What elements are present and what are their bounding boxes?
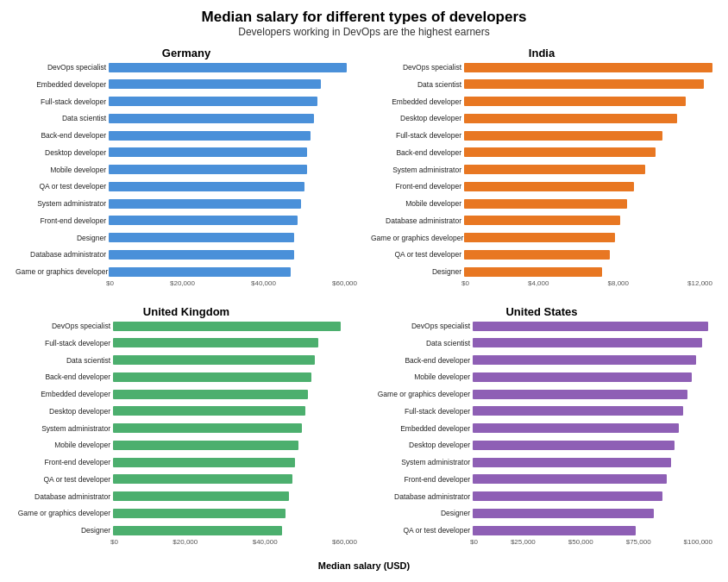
bar-track bbox=[473, 355, 712, 365]
bar-label: Desktop developer bbox=[371, 114, 461, 122]
bar-track bbox=[109, 63, 357, 72]
chart-us: United StatesDevOps specialistData scien… bbox=[364, 302, 719, 560]
x-axis-tick: $0 bbox=[461, 279, 469, 287]
x-axis-us: $0$25,000$50,000$75,000$100,000 bbox=[371, 538, 712, 546]
bar-row: Back-end developer bbox=[16, 129, 357, 141]
bar-label: Mobile developer bbox=[371, 372, 470, 381]
bar-fill bbox=[109, 182, 304, 191]
bar-track bbox=[473, 390, 712, 399]
bar-track bbox=[109, 114, 357, 123]
bar-row: Game or graphics developer bbox=[371, 388, 712, 400]
bar-row: Embedded developer bbox=[371, 422, 712, 435]
x-axis-india: $0$4,000$8,000$12,000 bbox=[371, 279, 712, 287]
bar-label: Full-stack developer bbox=[16, 97, 106, 106]
bar-fill bbox=[464, 131, 662, 141]
x-axis-tick: $4,000 bbox=[528, 279, 549, 287]
bar-label: Game or graphics developer bbox=[16, 267, 106, 276]
x-axis-tick: $100,000 bbox=[684, 538, 712, 546]
bar-row: Full-stack developer bbox=[16, 96, 357, 108]
chart-germany: GermanyDevOps specialistEmbedded develop… bbox=[9, 43, 364, 302]
bar-label: Front-end developer bbox=[371, 475, 470, 484]
bar-chart-uk: DevOps specialistFull-stack developerDat… bbox=[16, 320, 357, 536]
bar-row: Desktop developer bbox=[371, 112, 712, 124]
bar-row: Back-end developer bbox=[371, 147, 712, 159]
bar-row: Mobile developer bbox=[371, 371, 712, 383]
bar-track bbox=[109, 79, 357, 89]
bar-fill bbox=[109, 233, 294, 242]
bar-track bbox=[464, 63, 712, 72]
bar-track bbox=[113, 390, 357, 399]
bar-row: DevOps specialist bbox=[16, 320, 357, 332]
bar-track bbox=[464, 114, 712, 123]
bar-label: Designer bbox=[371, 267, 461, 276]
bar-row: QA or test developer bbox=[16, 180, 357, 192]
bar-fill bbox=[464, 267, 602, 277]
bar-label: Embedded developer bbox=[371, 97, 461, 106]
page-title: Median salary for different types of dev… bbox=[0, 0, 728, 26]
x-axis-tick: $75,000 bbox=[626, 538, 651, 546]
bar-track bbox=[473, 491, 712, 501]
bar-label: Embedded developer bbox=[371, 424, 470, 433]
bar-fill bbox=[109, 79, 321, 89]
bar-fill bbox=[113, 390, 308, 399]
bar-label: Back-end developer bbox=[16, 372, 110, 381]
bar-label: Full-stack developer bbox=[371, 407, 470, 416]
bar-fill bbox=[473, 474, 667, 484]
bar-row: Data scientist bbox=[371, 78, 712, 91]
bar-label: Mobile developer bbox=[16, 441, 110, 449]
chart-title-us: United States bbox=[371, 305, 712, 318]
bar-fill bbox=[113, 491, 289, 501]
bar-track bbox=[113, 372, 357, 382]
bar-row: Front-end developer bbox=[371, 180, 712, 192]
bar-label: System administrator bbox=[371, 458, 470, 466]
bar-fill bbox=[109, 199, 301, 209]
bar-label: QA or test developer bbox=[371, 250, 461, 259]
bar-label: Game or graphics developer bbox=[371, 390, 470, 398]
bar-label: Desktop developer bbox=[16, 148, 106, 157]
bar-track bbox=[109, 131, 357, 141]
bar-track bbox=[464, 147, 712, 157]
bar-fill bbox=[109, 63, 347, 72]
x-axis-uk: $0$20,000$40,000$60,000 bbox=[16, 538, 357, 546]
bar-track bbox=[464, 199, 712, 209]
bar-fill bbox=[473, 390, 687, 399]
bar-label: Desktop developer bbox=[16, 407, 110, 416]
bar-row: DevOps specialist bbox=[371, 320, 712, 332]
bar-chart-germany: DevOps specialistEmbedded developerFull-… bbox=[16, 61, 357, 278]
bar-fill bbox=[113, 338, 318, 347]
bar-row: Embedded developer bbox=[371, 96, 712, 108]
bar-row: Front-end developer bbox=[16, 456, 357, 468]
bar-track bbox=[464, 131, 712, 141]
x-axis-tick: $0 bbox=[106, 279, 114, 287]
bar-row: Designer bbox=[371, 266, 712, 278]
bar-row: Designer bbox=[371, 507, 712, 519]
chart-inner-uk: DevOps specialistFull-stack developerDat… bbox=[16, 320, 357, 546]
bar-fill bbox=[473, 458, 671, 467]
bar-track bbox=[113, 509, 357, 518]
bar-row: DevOps specialist bbox=[371, 61, 712, 73]
x-axis-tick: $40,000 bbox=[251, 279, 276, 287]
bar-fill bbox=[473, 423, 679, 433]
bar-fill bbox=[113, 526, 282, 535]
bar-row: Game or graphics developer bbox=[371, 232, 712, 244]
bar-row: Back-end developer bbox=[371, 354, 712, 366]
bar-track bbox=[109, 216, 357, 225]
bar-track bbox=[109, 165, 357, 174]
bar-label: Database administrator bbox=[16, 492, 110, 501]
bar-fill bbox=[464, 63, 712, 72]
bar-fill bbox=[109, 267, 291, 277]
bar-fill bbox=[113, 406, 305, 416]
bottom-axis-label: Median salary (USD) bbox=[0, 560, 728, 573]
bar-fill bbox=[464, 216, 620, 225]
bar-fill bbox=[109, 131, 311, 141]
bar-track bbox=[113, 338, 357, 347]
bar-row: Game or graphics developer bbox=[16, 266, 357, 278]
bar-label: Game or graphics developer bbox=[16, 509, 110, 517]
bar-track bbox=[109, 250, 357, 260]
bar-row: Full-stack developer bbox=[371, 405, 712, 417]
bar-row: Mobile developer bbox=[16, 439, 357, 451]
bar-fill bbox=[464, 165, 645, 174]
bar-label: System administrator bbox=[16, 199, 106, 208]
bar-track bbox=[113, 423, 357, 433]
bar-label: System administrator bbox=[371, 166, 461, 174]
